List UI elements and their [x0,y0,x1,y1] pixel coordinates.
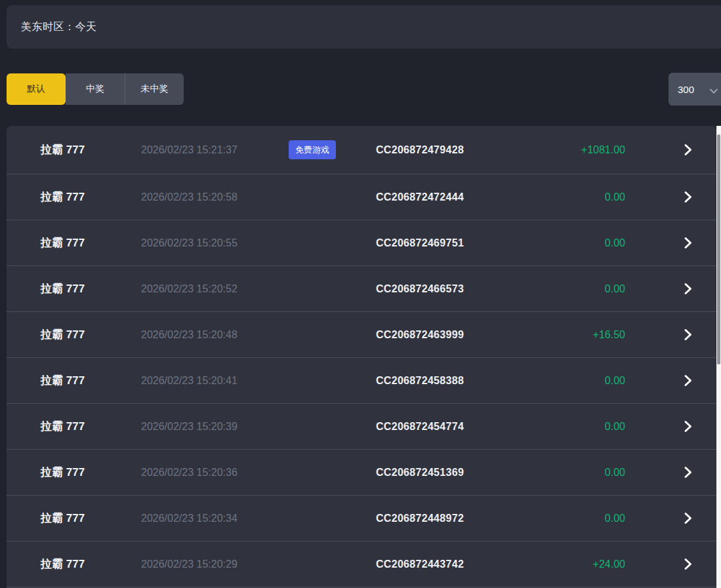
bet-time: 2026/02/23 15:20:52 [141,283,289,295]
bet-amount: 0.00 [533,467,625,479]
free-game-badge: 免费游戏 [289,140,336,159]
bet-amount: 0.00 [533,513,625,524]
chevron-right-icon[interactable] [659,237,716,249]
page-size-value: 300 [678,84,694,95]
game-name: 拉霸 777 [41,557,141,572]
game-name: 拉霸 777 [41,327,141,342]
chevron-right-icon[interactable] [659,466,716,479]
bet-row[interactable]: 拉霸 777 2026/02/23 15:20:55 CC20687246975… [7,220,716,266]
timezone-label: 美东时区：今天 [21,20,97,34]
bet-amount: 0.00 [533,421,625,433]
tab-not-won[interactable]: 未中奖 [125,73,184,105]
scrollbar-thumb[interactable] [717,134,720,364]
chevron-right-icon[interactable] [659,144,716,156]
tab-won[interactable]: 中奖 [66,73,125,105]
topbar: 美东时区：今天 [7,5,721,49]
bet-amount: +1081.00 [533,144,625,156]
chevron-right-icon[interactable] [659,283,716,295]
bet-amount: 0.00 [533,237,625,249]
bet-time: 2026/02/23 15:20:48 [141,329,289,341]
game-name: 拉霸 777 [41,419,141,434]
game-name: 拉霸 777 [41,511,141,526]
bet-row[interactable]: 拉霸 777 2026/02/23 15:20:29 CC20687244374… [7,541,716,587]
bet-id: CC206872451369 [376,467,533,479]
bet-id: CC206872479428 [376,144,533,156]
bet-row[interactable]: 拉霸 777 2026/02/23 15:20:34 CC20687244897… [7,496,716,541]
bet-row[interactable]: 拉霸 777 2026/02/23 15:20:58 CC20687247244… [7,174,716,220]
chevron-right-icon[interactable] [659,191,716,203]
tab-default[interactable]: 默认 [7,73,66,105]
game-name: 拉霸 777 [41,373,141,388]
page-size-select[interactable]: 300 [669,73,721,106]
chevron-right-icon[interactable] [659,420,716,433]
bet-time: 2026/02/23 15:20:41 [141,375,289,387]
bet-amount: 0.00 [533,191,625,203]
chevron-right-icon[interactable] [659,328,716,341]
bet-time: 2026/02/23 15:20:58 [141,191,289,203]
bet-id: CC206872458388 [376,375,533,387]
game-name: 拉霸 777 [41,142,141,157]
bet-id: CC206872472444 [376,191,533,203]
bet-row[interactable]: 拉霸 777 2026/02/23 15:20:36 CC20687245136… [7,450,716,496]
bet-row[interactable]: 拉霸 777 2026/02/23 15:21:37 免费游戏 CC206872… [7,126,716,174]
bet-time: 2026/02/23 15:20:36 [141,467,289,479]
bet-id: CC206872463999 [376,329,533,341]
game-name: 拉霸 777 [41,465,141,480]
bet-id: CC206872466573 [376,283,533,295]
bet-row[interactable]: 拉霸 777 2026/02/23 15:20:52 CC20687246657… [7,266,716,312]
bet-id: CC206872469751 [376,237,533,249]
bet-amount: 0.00 [533,283,625,295]
bet-id: CC206872448972 [376,513,533,524]
bet-list: 拉霸 777 2026/02/23 15:21:37 免费游戏 CC206872… [7,126,716,588]
bet-time: 2026/02/23 15:21:37 [141,144,289,156]
bet-id: CC206872454774 [376,421,533,433]
bet-id: CC206872443742 [376,559,533,570]
bet-time: 2026/02/23 15:20:34 [141,513,289,524]
bet-amount: +24.00 [533,559,625,570]
bet-amount: +16.50 [533,329,625,341]
chevron-down-icon [709,85,718,97]
bet-row[interactable]: 拉霸 777 2026/02/23 15:20:41 CC20687245838… [7,358,716,404]
bet-time: 2026/02/23 15:20:39 [141,421,289,433]
game-name: 拉霸 777 [41,235,141,250]
bet-row[interactable]: 拉霸 777 2026/02/23 15:20:39 CC20687245477… [7,404,716,450]
bet-time: 2026/02/23 15:20:29 [141,559,289,570]
game-name: 拉霸 777 [41,281,141,296]
bet-time: 2026/02/23 15:20:55 [141,237,289,249]
game-name: 拉霸 777 [41,189,141,205]
chevron-right-icon[interactable] [659,558,716,570]
chevron-right-icon[interactable] [659,512,716,524]
bet-row[interactable]: 拉霸 777 2026/02/23 15:20:48 CC20687246399… [7,312,716,358]
bet-amount: 0.00 [533,375,625,387]
chevron-right-icon[interactable] [659,374,716,387]
filter-tabs: 默认 中奖 未中奖 [7,73,184,105]
